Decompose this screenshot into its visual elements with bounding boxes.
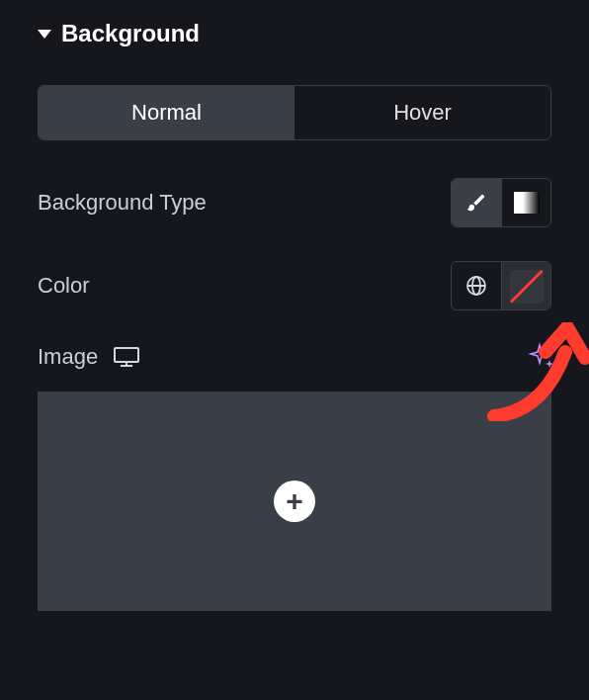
label-background-type: Background Type	[38, 190, 207, 216]
label-image: Image	[38, 344, 98, 370]
global-color-button[interactable]	[452, 262, 501, 309]
no-color-icon	[510, 270, 544, 304]
state-tabs: Normal Hover	[38, 85, 551, 140]
brush-icon	[465, 192, 487, 214]
add-image-button[interactable]: +	[274, 481, 315, 522]
label-color: Color	[38, 273, 90, 299]
image-dropzone[interactable]: +	[38, 392, 551, 611]
color-controls	[451, 261, 551, 310]
ai-sparkle-icon[interactable]	[528, 342, 555, 370]
caret-down-icon	[38, 30, 51, 39]
tab-hover[interactable]: Hover	[294, 86, 550, 139]
gradient-icon	[514, 192, 540, 214]
row-image: Image	[38, 344, 551, 370]
section-header[interactable]: Background	[38, 20, 551, 47]
bg-type-gradient-button[interactable]	[501, 179, 550, 226]
bg-type-toggle	[451, 178, 551, 227]
section-title: Background	[61, 20, 200, 47]
tab-normal[interactable]: Normal	[39, 86, 294, 139]
color-picker-button[interactable]	[501, 262, 550, 310]
globe-icon	[464, 274, 488, 298]
bg-type-classic-button[interactable]	[452, 179, 501, 226]
row-background-type: Background Type	[38, 178, 551, 227]
svg-rect-3	[115, 348, 138, 362]
desktop-icon[interactable]	[114, 347, 139, 367]
row-color: Color	[38, 261, 551, 310]
